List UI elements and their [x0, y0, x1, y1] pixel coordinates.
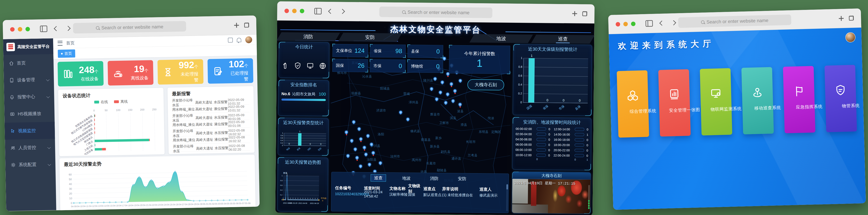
- address-bar[interactable]: Search or enter website name: [379, 6, 492, 18]
- sidebar-item-4[interactable]: 视频监控: [5, 122, 55, 140]
- zoom-icon[interactable]: [631, 22, 636, 26]
- system-card-3[interactable]: 移动巡查系统: [741, 67, 774, 134]
- tab-home[interactable]: 首页: [58, 50, 75, 58]
- sidebar-toggle-icon[interactable]: [645, 20, 653, 27]
- kpi-card-1: 19个离线设备: [107, 60, 154, 86]
- collapse-menu-icon[interactable]: [58, 41, 62, 45]
- minimize-icon[interactable]: [623, 22, 628, 26]
- table-tab-安防[interactable]: 安防: [455, 175, 470, 182]
- new-tab-icon[interactable]: [839, 16, 844, 21]
- alarm-row[interactable]: 开发部小沁埠水压高岭大遗址水压报警2022-05-09 10:01:32: [172, 97, 249, 106]
- sidebar-toggle-icon[interactable]: [40, 26, 48, 32]
- server-icon: [63, 68, 74, 80]
- svg-text:平均值:: 平均值:: [321, 197, 327, 199]
- minimize-icon[interactable]: [18, 27, 22, 31]
- table-scrollbar[interactable]: [506, 184, 508, 211]
- new-tab-icon[interactable]: [234, 23, 239, 28]
- time-slot-row: 10:00-12:000: [516, 153, 550, 157]
- address-bar[interactable]: Search or enter website name: [678, 14, 791, 28]
- dashboard-tab-消防[interactable]: 消防: [277, 32, 340, 41]
- minimize-icon[interactable]: [292, 9, 297, 13]
- svg-text:0: 0: [298, 198, 298, 199]
- back-icon[interactable]: [54, 26, 59, 31]
- svg-text:0: 0: [579, 99, 581, 102]
- alarm-trend30-panel: 近30天报警趋势图 数量00.20.40.60.8100100000000000…: [277, 157, 328, 212]
- system-card-2[interactable]: 物联网监测系统: [700, 68, 733, 135]
- address-bar[interactable]: Search or enter website name: [73, 21, 186, 33]
- alarm-row[interactable]: 开发部小沁埠水压高岭大遗址水压报警2022-05-08 06:02:20: [173, 143, 250, 152]
- svg-text:05-01: 05-01: [203, 203, 209, 205]
- svg-text:消防: 消防: [307, 147, 311, 151]
- panel-title: 安全指数排名: [279, 80, 329, 89]
- address-placeholder: Search or enter website name: [706, 18, 768, 25]
- forward-icon[interactable]: [671, 20, 676, 25]
- brand-title: 高陵安全监管平台: [18, 43, 50, 50]
- new-tab-icon[interactable]: [572, 11, 577, 16]
- time-slot-row: 02:00-04:000: [516, 132, 550, 136]
- table-tab-巡查[interactable]: 巡查: [371, 174, 386, 182]
- svg-text:04-30: 04-30: [197, 203, 203, 206]
- zoom-icon[interactable]: [300, 9, 304, 13]
- kpi-label: 已处理报警: [227, 70, 249, 83]
- legend-item[interactable]: 在线: [94, 99, 108, 104]
- alarm-row[interactable]: 开发部小沁埠水压高岭大遗址水压报警2022-05-09 00:01:06: [172, 112, 250, 121]
- back-icon[interactable]: [659, 21, 664, 26]
- sidebar-item-6[interactable]: 系统配置: [5, 156, 56, 174]
- time-slot-row: 08:00-10:000: [516, 148, 550, 152]
- close-icon[interactable]: [10, 27, 14, 32]
- monitor-icon: [306, 62, 314, 70]
- zoom-icon[interactable]: [25, 27, 30, 31]
- time-slot-row: 12:00-14:000: [554, 127, 588, 131]
- safety-rank-panel: 安全指数排名 No.6 沁阳市文旅局 100: [278, 80, 329, 116]
- svg-text:1: 1: [286, 173, 287, 175]
- svg-text:10: 10: [69, 197, 72, 200]
- svg-text:0: 0: [282, 145, 283, 147]
- svg-text:05-08: 05-08: [245, 202, 250, 205]
- svg-text:60: 60: [69, 173, 72, 176]
- map-place-label: 淇县: [450, 116, 456, 120]
- svg-text:04-16: 04-16: [113, 204, 119, 207]
- map-place-label: 东明县: [479, 130, 488, 134]
- sidebar-item-0[interactable]: 首页: [3, 54, 54, 72]
- alarm-icon: [9, 95, 14, 100]
- system-card-label: 物管系统: [826, 102, 866, 109]
- sidebar-item-5[interactable]: 人员管控: [5, 139, 55, 157]
- forward-icon[interactable]: [340, 9, 345, 14]
- svg-text:0.8: 0.8: [281, 134, 283, 136]
- sidebar-toggle-icon[interactable]: [314, 8, 321, 14]
- close-icon[interactable]: [284, 9, 289, 13]
- avatar[interactable]: [245, 36, 252, 43]
- alarm-row[interactable]: 开发部小沁埠水压高岭大遗址水压报警2022-05-08 16:02:32: [173, 127, 250, 136]
- volume-slider[interactable]: [588, 185, 590, 209]
- back-icon[interactable]: [328, 9, 333, 14]
- table-tab-地波[interactable]: 地波: [399, 175, 414, 182]
- system-card-4[interactable]: 应急指挥系统: [783, 66, 815, 133]
- forward-icon[interactable]: [66, 26, 71, 31]
- svg-text:0.2: 0.2: [518, 92, 522, 95]
- dashboard-tab-安防[interactable]: 安防: [338, 33, 402, 42]
- chevron-down-icon: [48, 146, 51, 149]
- site-button[interactable]: 大槐寺石刻: [467, 79, 504, 91]
- table-tab-消防[interactable]: 消防: [427, 175, 442, 182]
- tab-overview-icon[interactable]: [244, 23, 249, 27]
- dashboard-tab-巡查[interactable]: 巡查: [531, 35, 594, 44]
- tab-overview-icon[interactable]: [582, 11, 587, 16]
- sidebar-item-3[interactable]: H5视频播放: [4, 105, 55, 123]
- svg-text:0: 0: [300, 198, 301, 199]
- tab-overview-icon[interactable]: [849, 16, 854, 21]
- svg-text:04-25: 04-25: [167, 203, 173, 206]
- stat-label: 县保: [411, 49, 419, 54]
- sidebar-item-2[interactable]: 报警中心: [4, 88, 54, 106]
- legend-item[interactable]: 离线: [114, 99, 128, 104]
- svg-text:05-06: 05-06: [233, 202, 239, 205]
- bell-icon[interactable]: [237, 38, 241, 42]
- map-place-label: 辉县市: [430, 112, 440, 117]
- fullscreen-icon[interactable]: [228, 38, 233, 42]
- dashboard-tab-地波[interactable]: 地波: [469, 34, 533, 43]
- close-icon[interactable]: [616, 22, 620, 27]
- kpi-card-2: 992个未处理报警: [157, 59, 204, 85]
- system-card-0[interactable]: 综合管理系统: [617, 70, 649, 138]
- sidebar-item-1[interactable]: 设备管理: [4, 71, 54, 89]
- system-card-5[interactable]: 物管系统: [825, 65, 857, 132]
- system-card-1[interactable]: 安全管理一张图: [658, 69, 691, 136]
